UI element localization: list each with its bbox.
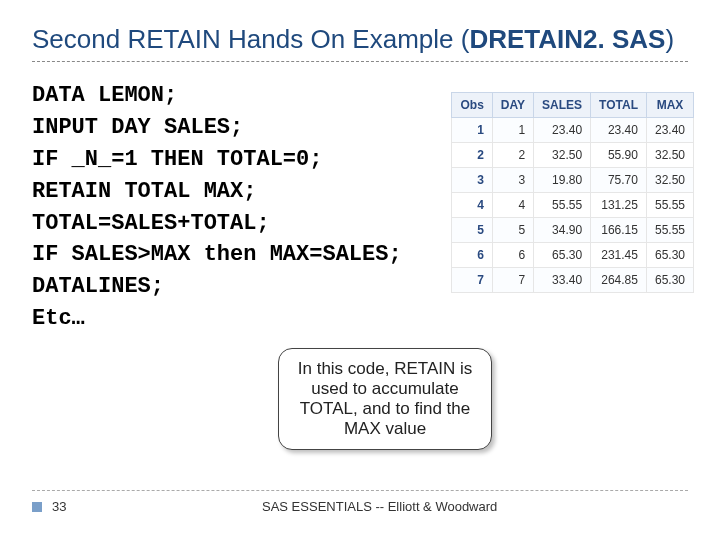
table-row: 4 4 55.55 131.25 55.55 bbox=[452, 193, 694, 218]
cell: 166.15 bbox=[591, 218, 647, 243]
cell: 75.70 bbox=[591, 168, 647, 193]
footer-bullet-icon bbox=[32, 502, 42, 512]
cell: 4 bbox=[452, 193, 492, 218]
slide-title: Second RETAIN Hands On Example (DRETAIN2… bbox=[32, 24, 688, 62]
cell: 55.55 bbox=[646, 218, 693, 243]
cell: 4 bbox=[492, 193, 533, 218]
cell: 65.30 bbox=[646, 268, 693, 293]
page-number: 33 bbox=[52, 499, 112, 514]
callout-box: In this code, RETAIN is used to accumula… bbox=[278, 348, 492, 450]
cell: 7 bbox=[452, 268, 492, 293]
cell: 33.40 bbox=[534, 268, 591, 293]
cell: 1 bbox=[452, 118, 492, 143]
cell: 32.50 bbox=[646, 168, 693, 193]
col-total: TOTAL bbox=[591, 93, 647, 118]
col-sales: SALES bbox=[534, 93, 591, 118]
title-prefix: Second RETAIN Hands On Example ( bbox=[32, 24, 469, 54]
cell: 131.25 bbox=[591, 193, 647, 218]
cell: 55.90 bbox=[591, 143, 647, 168]
col-obs: Obs bbox=[452, 93, 492, 118]
cell: 1 bbox=[492, 118, 533, 143]
cell: 65.30 bbox=[534, 243, 591, 268]
table-row: 5 5 34.90 166.15 55.55 bbox=[452, 218, 694, 243]
cell: 6 bbox=[452, 243, 492, 268]
cell: 264.85 bbox=[591, 268, 647, 293]
cell: 32.50 bbox=[534, 143, 591, 168]
cell: 231.45 bbox=[591, 243, 647, 268]
table-row: 3 3 19.80 75.70 32.50 bbox=[452, 168, 694, 193]
footer-credit: SAS ESSENTIALS -- Elliott & Woodward bbox=[262, 499, 497, 514]
title-suffix: ) bbox=[665, 24, 674, 54]
cell: 2 bbox=[452, 143, 492, 168]
col-max: MAX bbox=[646, 93, 693, 118]
table-row: 6 6 65.30 231.45 65.30 bbox=[452, 243, 694, 268]
table-row: 1 1 23.40 23.40 23.40 bbox=[452, 118, 694, 143]
table-row: 2 2 32.50 55.90 32.50 bbox=[452, 143, 694, 168]
cell: 7 bbox=[492, 268, 533, 293]
cell: 55.55 bbox=[534, 193, 591, 218]
col-day: DAY bbox=[492, 93, 533, 118]
table-row: 7 7 33.40 264.85 65.30 bbox=[452, 268, 694, 293]
cell: 23.40 bbox=[534, 118, 591, 143]
output-table: Obs DAY SALES TOTAL MAX 1 1 23.40 23.40 … bbox=[451, 92, 694, 293]
cell: 19.80 bbox=[534, 168, 591, 193]
table-header-row: Obs DAY SALES TOTAL MAX bbox=[452, 93, 694, 118]
cell: 34.90 bbox=[534, 218, 591, 243]
cell: 6 bbox=[492, 243, 533, 268]
footer: 33 SAS ESSENTIALS -- Elliott & Woodward bbox=[32, 490, 688, 514]
cell: 23.40 bbox=[591, 118, 647, 143]
cell: 55.55 bbox=[646, 193, 693, 218]
cell: 65.30 bbox=[646, 243, 693, 268]
cell: 23.40 bbox=[646, 118, 693, 143]
title-bold: DRETAIN2. SAS bbox=[469, 24, 665, 54]
cell: 5 bbox=[492, 218, 533, 243]
cell: 32.50 bbox=[646, 143, 693, 168]
cell: 3 bbox=[452, 168, 492, 193]
cell: 5 bbox=[452, 218, 492, 243]
cell: 2 bbox=[492, 143, 533, 168]
cell: 3 bbox=[492, 168, 533, 193]
code-line: Etc… bbox=[32, 303, 688, 335]
